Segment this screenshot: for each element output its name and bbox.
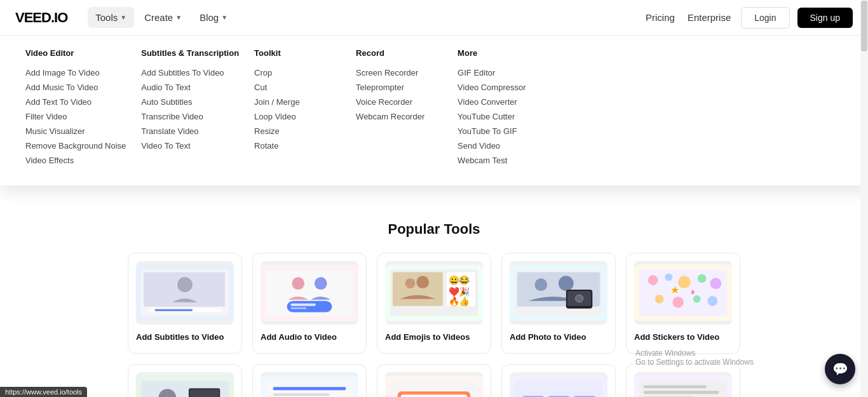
tool-card-label-5: Add Stickers to Video	[634, 332, 732, 343]
menu-translate-video[interactable]: Translate Video	[141, 124, 239, 138]
menu-video-effects[interactable]: Video Effects	[25, 153, 126, 168]
menu-audio-to-text[interactable]: Audio To Text	[141, 80, 239, 95]
menu-join-merge[interactable]: Join / Merge	[254, 95, 341, 109]
tool-card-r2-5[interactable]	[626, 364, 740, 397]
tool-card-img-2	[261, 261, 358, 325]
menu-add-subtitles[interactable]: Add Subtitles To Video	[141, 65, 239, 80]
dropdown-col-more: More GIF Editor Video Compressor Video C…	[458, 48, 559, 168]
svg-point-43	[708, 296, 718, 306]
enterprise-link[interactable]: Enterprise	[685, 7, 733, 28]
status-bar: https://www.veed.io/tools	[0, 387, 87, 397]
col-title-video-editor: Video Editor	[25, 48, 126, 58]
menu-rotate[interactable]: Rotate	[254, 138, 341, 153]
menu-auto-subtitles[interactable]: Auto Subtitles	[141, 95, 239, 109]
chat-icon: 💬	[832, 361, 848, 377]
create-chevron-icon: ▼	[175, 14, 182, 21]
svg-point-16	[405, 278, 416, 288]
svg-point-8	[292, 277, 304, 290]
menu-music-visualizer[interactable]: Music Visualizer	[25, 124, 126, 138]
menu-screen-recorder[interactable]: Screen Recorder	[356, 65, 442, 80]
svg-point-41	[672, 297, 684, 308]
tools-chevron-icon: ▼	[120, 14, 126, 21]
svg-rect-50	[190, 389, 219, 397]
nav: Tools ▼ Create ▼ Blog ▼	[88, 7, 643, 28]
tool-card-img-6	[136, 372, 234, 397]
menu-webcam-recorder[interactable]: Webcam Recorder	[356, 109, 442, 124]
menu-video-compressor[interactable]: Video Compressor	[458, 80, 544, 95]
tool-card-r2-4[interactable]	[501, 364, 616, 397]
svg-point-28	[534, 278, 547, 291]
tool-card-img-9	[510, 372, 607, 397]
menu-send-video[interactable]: Send Video	[458, 138, 544, 153]
tool-card-img-5: ★ ♦	[634, 261, 732, 325]
svg-point-38	[698, 274, 707, 283]
col-title-record: Record	[356, 48, 442, 58]
svg-point-29	[559, 276, 574, 291]
menu-crop[interactable]: Crop	[254, 65, 341, 80]
tool-card-label-3: Add Emojis to Videos	[385, 332, 483, 343]
menu-youtube-to-gif[interactable]: YouTube To GIF	[458, 124, 544, 138]
svg-rect-5	[155, 309, 193, 311]
menu-teleprompter[interactable]: Teleprompter	[356, 80, 442, 95]
chat-button[interactable]: 💬	[825, 354, 855, 384]
dropdown-col-video-editor: Video Editor Add Image To Video Add Musi…	[25, 48, 141, 168]
tool-card-label-4: Add Photo to Video	[510, 332, 607, 343]
tools-grid-row2	[25, 364, 843, 397]
login-button[interactable]: Login	[741, 7, 789, 29]
nav-tools[interactable]: Tools ▼	[88, 7, 134, 28]
svg-point-37	[678, 276, 691, 288]
menu-resize[interactable]: Resize	[254, 124, 341, 138]
nav-create[interactable]: Create ▼	[137, 7, 189, 28]
menu-video-converter[interactable]: Video Converter	[458, 95, 544, 109]
signup-button[interactable]: Sign up	[797, 8, 853, 28]
svg-rect-68	[515, 380, 602, 397]
nav-right: Pricing Enterprise Login Sign up	[643, 7, 853, 29]
scrollbar-thumb[interactable]	[861, 1, 867, 51]
menu-video-to-text[interactable]: Video To Text	[141, 138, 239, 153]
tool-card-img-3: 😀 😂 ❤️ 🎉 🔥 👍	[385, 261, 483, 325]
dropdown-grid: Video Editor Add Image To Video Add Musi…	[25, 48, 843, 168]
menu-gif-editor[interactable]: GIF Editor	[458, 65, 544, 80]
tool-card-stickers[interactable]: ★ ♦ Add Stickers to Video	[626, 253, 740, 354]
menu-add-music-to-video[interactable]: Add Music To Video	[25, 80, 126, 95]
svg-rect-12	[290, 307, 306, 309]
scrollbar-track[interactable]	[860, 0, 868, 397]
menu-loop-video[interactable]: Loop Video	[254, 109, 341, 124]
svg-point-17	[416, 276, 429, 288]
logo[interactable]: VEED.IO	[15, 10, 67, 26]
menu-add-text-to-video[interactable]: Add Text To Video	[25, 95, 126, 109]
tool-card-audio[interactable]: Add Audio to Video	[252, 253, 367, 354]
menu-filter-video[interactable]: Filter Video	[25, 109, 126, 124]
main-content: Popular Tools	[0, 201, 868, 397]
col-title-subtitles: Subtitles & Transcription	[141, 48, 239, 58]
nav-blog[interactable]: Blog ▼	[192, 7, 235, 28]
menu-voice-recorder[interactable]: Voice Recorder	[356, 95, 442, 109]
svg-rect-79	[644, 391, 719, 394]
tool-card-photo[interactable]: Add Photo to Video	[501, 253, 616, 354]
popular-tools-section: Popular Tools	[0, 201, 868, 397]
svg-rect-11	[290, 304, 315, 306]
menu-add-image-to-video[interactable]: Add Image To Video	[25, 65, 126, 80]
col-title-more: More	[458, 48, 544, 58]
svg-rect-54	[273, 387, 346, 390]
blog-chevron-icon: ▼	[221, 14, 227, 21]
tool-card-img-1	[136, 261, 234, 325]
tool-card-emojis[interactable]: 😀 😂 ❤️ 🎉 🔥 👍 Add Emojis to Videos	[377, 253, 491, 354]
dropdown-col-subtitles: Subtitles & Transcription Add Subtitles …	[141, 48, 254, 168]
svg-rect-78	[644, 385, 707, 388]
menu-remove-background-noise[interactable]: Remove Background Noise	[25, 138, 126, 153]
tool-card-r2-2[interactable]	[252, 364, 367, 397]
menu-youtube-cutter[interactable]: YouTube Cutter	[458, 109, 544, 124]
tool-card-r2-3[interactable]	[377, 364, 491, 397]
svg-text:🔥: 🔥	[449, 296, 460, 307]
svg-rect-15	[393, 272, 443, 306]
tool-card-img-10	[634, 372, 732, 397]
svg-text:👍: 👍	[459, 296, 470, 307]
menu-transcribe-video[interactable]: Transcribe Video	[141, 109, 239, 124]
menu-cut[interactable]: Cut	[254, 80, 341, 95]
menu-webcam-test[interactable]: Webcam Test	[458, 153, 544, 168]
tool-card-img-4	[510, 261, 607, 325]
pricing-link[interactable]: Pricing	[643, 7, 677, 28]
tool-card-r2-1[interactable]	[128, 364, 242, 397]
tool-card-subtitles[interactable]: Add Subtitles to Video	[128, 253, 242, 354]
